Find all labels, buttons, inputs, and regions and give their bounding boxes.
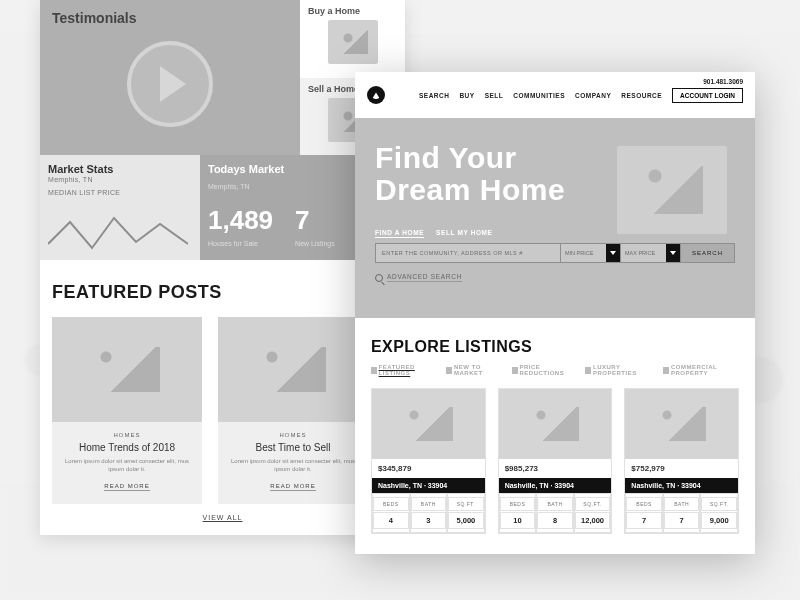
stat-newlistings-value: 7 <box>295 205 335 236</box>
stat-sqft: 9,000 <box>701 512 737 529</box>
nav-buy[interactable]: BUY <box>459 92 474 99</box>
image-placeholder-icon <box>617 146 727 234</box>
filter-featured[interactable]: FEATURED LISTINGS <box>371 364 434 376</box>
stat-beds: 10 <box>500 512 536 529</box>
listing-filters: FEATURED LISTINGS NEW TO MARKET PRICE RE… <box>371 364 739 376</box>
front-mockup: 901.481.3069 SEARCH BUY SELL COMMUNITIES… <box>355 72 755 554</box>
listing-price: $752,979 <box>625 459 738 478</box>
diamond-icon <box>585 367 591 374</box>
hero: Find Your Dream Home FIND A HOME SELL MY… <box>355 118 755 318</box>
tile-buy-label: Buy a Home <box>308 6 397 16</box>
testimonials-panel: Testimonials <box>40 0 300 155</box>
max-price-select[interactable]: MAX PRICE <box>620 244 680 262</box>
chevron-down-icon <box>666 244 680 262</box>
read-more-link[interactable]: READ MORE <box>104 483 149 491</box>
filter-luxury[interactable]: LUXURY PROPERTIES <box>585 364 651 376</box>
play-ring-icon <box>127 41 213 127</box>
listing-location: Nashville, TN · 33904 <box>372 478 485 493</box>
stat-header: BATH <box>537 497 573 511</box>
image-placeholder-icon <box>625 389 738 459</box>
search-icon <box>375 274 383 282</box>
search-input[interactable]: ENTER THE COMMUNITY, ADDRESS OR MLS # <box>376 244 560 262</box>
nav-resource[interactable]: RESOURCE <box>621 92 662 99</box>
post-card[interactable]: HOMES Best Time to Sell Lorem ipsum dolo… <box>218 317 368 504</box>
stat-header: BEDS <box>373 497 409 511</box>
nav-communities[interactable]: COMMUNITIES <box>513 92 565 99</box>
min-price-label: MIN PRICE <box>565 250 593 256</box>
testimonials-title: Testimonials <box>52 10 288 26</box>
tab-find-home[interactable]: FIND A HOME <box>375 229 424 238</box>
featured-posts-section: FEATURED POSTS HOMES Home Trends of 2018… <box>40 260 405 535</box>
view-all-link[interactable]: VIEW ALL <box>52 514 393 521</box>
post-category: HOMES <box>228 432 358 438</box>
advanced-search-link[interactable]: ADVANCED SEARCH <box>375 273 735 282</box>
listing-price: $345,879 <box>372 459 485 478</box>
top-nav: SEARCH BUY SELL COMMUNITIES COMPANY RESO… <box>419 88 743 103</box>
stat-header: BATH <box>664 497 700 511</box>
star-icon <box>446 367 452 374</box>
listing-card[interactable]: $752,979 Nashville, TN · 33904 BEDS7 BAT… <box>624 388 739 534</box>
listing-location: Nashville, TN · 33904 <box>499 478 612 493</box>
hero-line2: Dream Home <box>375 173 565 206</box>
account-login-button[interactable]: ACCOUNT LOGIN <box>672 88 743 103</box>
post-card[interactable]: HOMES Home Trends of 2018 Lorem ipsum do… <box>52 317 202 504</box>
post-desc: Lorem ipsum dolor sit amet consecter eli… <box>62 457 192 474</box>
stat-bath: 7 <box>664 512 700 529</box>
stat-newlistings-label: New Listings <box>295 240 335 247</box>
explore-section: EXPLORE LISTINGS FEATURED LISTINGS NEW T… <box>355 318 755 554</box>
listing-card[interactable]: $985,273 Nashville, TN · 33904 BEDS10 BA… <box>498 388 613 534</box>
stat-header: SQ.FT. <box>575 497 611 511</box>
nav-sell[interactable]: SELL <box>485 92 504 99</box>
filter-reductions[interactable]: PRICE REDUCTIONS <box>512 364 573 376</box>
post-desc: Lorem ipsum dolor sit amet consecter eli… <box>228 457 358 474</box>
nav-company[interactable]: COMPANY <box>575 92 611 99</box>
tag-icon <box>512 367 518 374</box>
image-placeholder-icon <box>52 317 202 422</box>
stat-houses-label: Houses for Sale <box>208 240 273 247</box>
back-mockup: Testimonials Buy a Home Sell a Home Mark… <box>40 0 405 535</box>
list-icon <box>371 367 377 374</box>
min-price-select[interactable]: MIN PRICE <box>560 244 620 262</box>
nav-search[interactable]: SEARCH <box>419 92 449 99</box>
stat-header: BEDS <box>626 497 662 511</box>
filter-commercial[interactable]: COMMERCIAL PROPERTY <box>663 364 739 376</box>
stat-sqft: 5,000 <box>448 512 484 529</box>
read-more-link[interactable]: READ MORE <box>270 483 315 491</box>
stat-beds: 7 <box>626 512 662 529</box>
stat-header: BEDS <box>500 497 536 511</box>
building-icon <box>663 367 669 374</box>
sparkline-chart-icon <box>48 214 188 254</box>
search-button[interactable]: SEARCH <box>680 244 734 262</box>
explore-heading: EXPLORE LISTINGS <box>371 338 739 356</box>
post-title: Best Time to Sell <box>228 442 358 453</box>
max-price-label: MAX PRICE <box>625 250 655 256</box>
image-placeholder-icon <box>372 389 485 459</box>
header-phone: 901.481.3069 <box>703 78 743 85</box>
listing-price: $985,273 <box>499 459 612 478</box>
post-title: Home Trends of 2018 <box>62 442 192 453</box>
market-stats-caption: MEDIAN LIST PRICE <box>48 189 192 196</box>
advanced-search-label: ADVANCED SEARCH <box>387 273 462 282</box>
stat-header: SQ.FT. <box>701 497 737 511</box>
search-bar: ENTER THE COMMUNITY, ADDRESS OR MLS # MI… <box>375 243 735 263</box>
listing-location: Nashville, TN · 33904 <box>625 478 738 493</box>
market-stats-title: Market Stats <box>48 163 192 175</box>
image-placeholder-icon <box>328 20 378 64</box>
stat-header: BATH <box>411 497 447 511</box>
stat-bath: 3 <box>411 512 447 529</box>
filter-new[interactable]: NEW TO MARKET <box>446 364 500 376</box>
listing-card[interactable]: $345,879 Nashville, TN · 33904 BEDS4 BAT… <box>371 388 486 534</box>
tile-buy-home[interactable]: Buy a Home <box>300 0 405 78</box>
post-category: HOMES <box>62 432 192 438</box>
hero-line1: Find Your <box>375 141 517 174</box>
play-button[interactable] <box>127 41 213 127</box>
tab-sell-home[interactable]: SELL MY HOME <box>436 229 492 238</box>
featured-posts-heading: FEATURED POSTS <box>52 282 393 303</box>
market-stats-location: Memphis, TN <box>48 176 192 183</box>
stat-beds: 4 <box>373 512 409 529</box>
chevron-down-icon <box>606 244 620 262</box>
image-placeholder-icon <box>218 317 368 422</box>
market-stats-panel: Market Stats Memphis, TN MEDIAN LIST PRI… <box>40 155 200 260</box>
logo-icon[interactable] <box>367 86 385 104</box>
stat-bath: 8 <box>537 512 573 529</box>
